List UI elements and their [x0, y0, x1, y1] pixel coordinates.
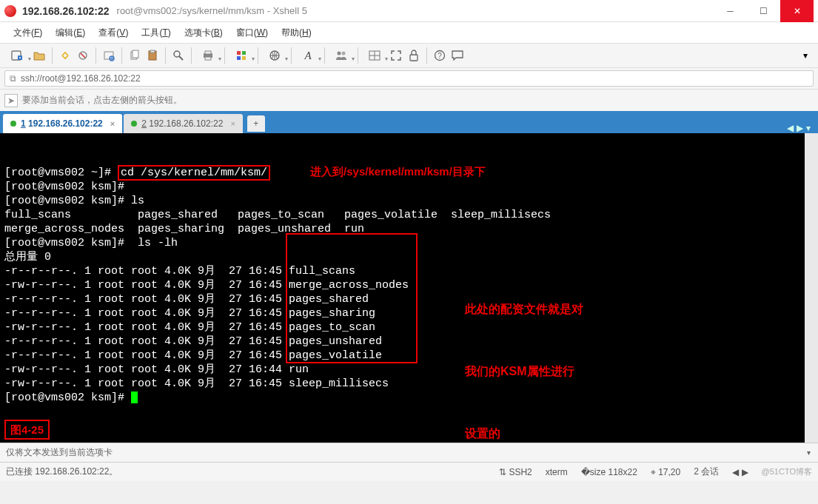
print-button[interactable]: ▾	[196, 47, 220, 64]
help-button[interactable]: ?	[432, 47, 448, 64]
send-mode-dropdown[interactable]: ▾	[807, 448, 811, 457]
add-session-arrow-button[interactable]: ➤	[4, 94, 18, 107]
svg-text:?: ?	[438, 52, 442, 60]
users-button[interactable]: ▾	[329, 47, 353, 64]
session-count-status: 2 会话	[694, 466, 719, 478]
annotation-text: 此处的配资文件就是对 我们的KSM属性进行 设置的	[465, 258, 583, 443]
disconnect-button[interactable]	[75, 47, 91, 64]
connection-status: 已连接 192.168.26.102:22。	[6, 466, 118, 478]
tab-close-button[interactable]: ×	[110, 119, 115, 128]
connected-dot-icon	[10, 121, 16, 127]
session-tab-2[interactable]: 2 192.168.26.102:22 ×	[124, 114, 243, 133]
address-input[interactable]: ⧉ ssh://root@192.168.26.102:22	[4, 70, 814, 87]
annotation-text: 进入到/sys/kernel/mm/ksm/目录下	[310, 165, 486, 178]
svg-rect-16	[242, 56, 246, 60]
ssh-icon: ⧉	[10, 73, 16, 84]
paste-button[interactable]	[144, 47, 161, 64]
tab-list-button[interactable]: ▾	[806, 123, 811, 133]
menu-window[interactable]: 窗口(W)	[230, 24, 274, 42]
open-button[interactable]	[31, 47, 47, 64]
copy-button[interactable]	[127, 47, 143, 64]
add-tab-button[interactable]: +	[247, 115, 265, 132]
font-button[interactable]: A▾	[296, 47, 320, 64]
address-url: ssh://root@192.168.26.102:22	[21, 73, 141, 84]
cursor-pos-status: ⌖ 17,20	[651, 467, 680, 477]
status-bar: 已连接 192.168.26.102:22。 ⇅ SSH2 xterm �siz…	[0, 462, 818, 481]
send-text-label: 仅将文本发送到当前选项卡	[6, 446, 113, 459]
menu-tab[interactable]: 选项卡(B)	[178, 24, 229, 42]
menu-edit[interactable]: 编辑(E)	[50, 24, 91, 42]
toolbar-collapse-button[interactable]: ▾	[799, 49, 812, 62]
file-row: -r--r--r--. 1 root root 4.0K 9月 27 16:45…	[4, 335, 382, 348]
menu-tools[interactable]: 工具(T)	[135, 24, 176, 42]
app-icon	[4, 5, 16, 17]
toolbar-separator	[258, 47, 258, 64]
reconnect-button[interactable]	[57, 47, 73, 64]
highlighted-command: cd /sys/kernel/mm/ksm/	[118, 165, 270, 181]
toolbar-separator	[95, 47, 96, 64]
svg-point-18	[338, 52, 341, 56]
svg-rect-8	[150, 50, 155, 53]
file-row: -rw-r--r--. 1 root root 4.0K 9月 27 16:44…	[4, 363, 309, 376]
toolbar-separator	[165, 47, 166, 64]
fullscreen-button[interactable]	[388, 47, 404, 64]
terminal-line: [root@vms002 ~]# cd /sys/kernel/mm/ksm/ …	[4, 167, 486, 179]
file-row: -rw-r--r--. 1 root root 4.0K 9月 27 16:45…	[4, 279, 409, 292]
file-row: -r--r--r--. 1 root root 4.0K 9月 27 16:45…	[4, 293, 369, 306]
layout-button[interactable]: ▾	[363, 47, 386, 64]
minimize-button[interactable]: ─	[714, 0, 747, 22]
hint-text: 要添加当前会话，点击左侧的箭头按钮。	[22, 94, 182, 107]
file-row: -r--r--r--. 1 root root 4.0K 9月 27 16:45…	[4, 265, 355, 278]
toolbar-separator	[121, 47, 122, 64]
window-titlebar: 192.168.26.102:22 root@vms002:/sys/kerne…	[0, 0, 818, 22]
window-title-sub: root@vms002:/sys/kernel/mm/ksm - Xshell …	[117, 5, 307, 16]
menu-file[interactable]: 文件(F)	[7, 24, 48, 42]
terminal-line: [root@vms002 ksm]# ls	[4, 195, 144, 207]
find-button[interactable]	[170, 47, 187, 64]
tab-close-button[interactable]: ×	[230, 119, 235, 128]
tab-prev-button[interactable]: ◀	[787, 123, 794, 133]
protocol-status: ⇅ SSH2	[499, 467, 532, 477]
lock-button[interactable]	[406, 47, 422, 64]
language-button[interactable]: ▾	[263, 47, 286, 64]
scrollbar-thumb[interactable]	[806, 141, 817, 200]
terminal-line: full_scans pages_shared pages_to_scan pa…	[4, 209, 551, 221]
term-size-status: �size 118x22	[581, 467, 637, 477]
toolbar-separator	[291, 47, 292, 64]
terminal[interactable]: [root@vms002 ~]# cd /sys/kernel/mm/ksm/ …	[0, 133, 818, 443]
menubar: 文件(F) 编辑(E) 查看(V) 工具(T) 选项卡(B) 窗口(W) 帮助(…	[0, 22, 818, 43]
figure-label: 图4-25	[4, 420, 50, 440]
maximize-button[interactable]: ☐	[747, 0, 780, 22]
terminal-line: [root@vms002 ksm]#	[4, 392, 138, 404]
cursor	[131, 392, 138, 403]
tab-next-button[interactable]: ▶	[797, 123, 803, 133]
toolbar-separator	[52, 47, 53, 64]
properties-button[interactable]	[101, 47, 117, 64]
svg-point-9	[174, 51, 180, 57]
svg-rect-6	[133, 50, 138, 58]
window-title-main: 192.168.26.102:22	[22, 5, 110, 17]
menu-help[interactable]: 帮助(H)	[275, 24, 318, 42]
new-session-button[interactable]: ▾	[6, 47, 30, 64]
toolbar-separator	[191, 47, 192, 64]
file-row: -rw-r--r--. 1 root root 4.0K 9月 27 16:45…	[4, 377, 389, 390]
svg-point-19	[342, 52, 346, 56]
color-scheme-button[interactable]: ▾	[229, 47, 253, 64]
svg-rect-13	[237, 51, 241, 55]
toolbar-separator	[426, 47, 427, 64]
svg-rect-21	[410, 55, 418, 61]
svg-rect-14	[242, 51, 246, 55]
chat-button[interactable]	[449, 47, 466, 64]
nav-buttons[interactable]: ◀ ▶	[732, 467, 748, 477]
terminal-line: [root@vms002 ksm]#	[4, 181, 124, 193]
close-button[interactable]: ✕	[780, 0, 814, 22]
send-text-bar[interactable]: 仅将文本发送到当前选项卡 ▾	[0, 443, 818, 462]
session-tab-1[interactable]: 1 192.168.26.102:22 ×	[3, 114, 122, 133]
toolbar-separator	[224, 47, 225, 64]
menu-view[interactable]: 查看(V)	[93, 24, 134, 42]
addressbar: ⧉ ssh://root@192.168.26.102:22	[0, 68, 818, 89]
tab-label: 1 192.168.26.102:22	[21, 118, 103, 129]
toolbar-separator	[324, 47, 325, 64]
terminal-line: 总用量 0	[4, 251, 51, 263]
svg-rect-12	[205, 57, 211, 60]
